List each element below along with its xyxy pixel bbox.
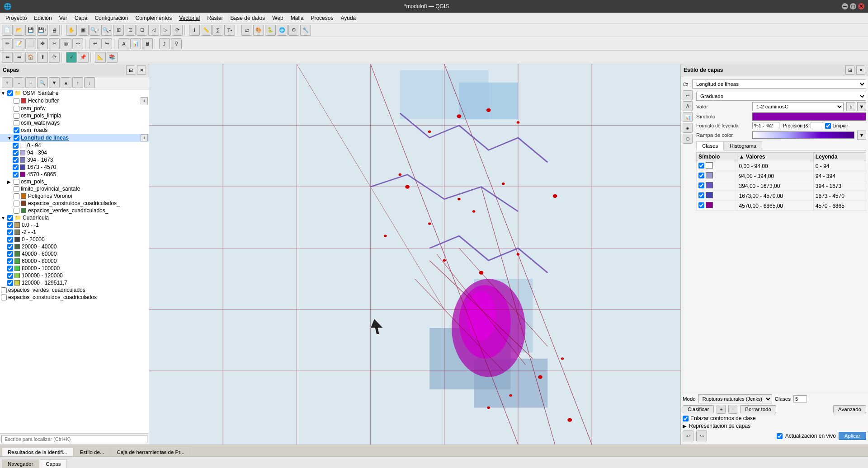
menu-ayuda[interactable]: Ayuda <box>337 14 359 22</box>
snap-btn[interactable]: ⚲ <box>171 38 182 49</box>
sym-row-2[interactable]: 394,00 - 1673,00 394 - 1673 <box>697 181 866 191</box>
layer-hecho-buffer[interactable]: Hecho buffer i <box>0 97 149 105</box>
new-project-btn[interactable]: 📄 <box>2 25 13 36</box>
nav-refresh-btn[interactable]: ⟳ <box>49 52 60 63</box>
redo-btn[interactable]: ↪ <box>101 38 112 49</box>
layer-4570-6865[interactable]: 4570 - 6865 <box>0 171 149 178</box>
menu-configuracion[interactable]: Configuración <box>91 14 132 22</box>
layout-btn[interactable]: 📐 <box>95 52 106 63</box>
diagram-btn[interactable]: 📊 <box>130 38 141 49</box>
style-panel-close-btn[interactable]: ✕ <box>856 66 865 75</box>
menu-malla[interactable]: Malla <box>287 14 307 22</box>
layer-94-394[interactable]: 94 - 394 <box>0 149 149 156</box>
pan-btn[interactable]: ✋ <box>66 25 77 36</box>
print-btn[interactable]: 🖨 <box>49 25 60 36</box>
layer-20k-40k[interactable]: 20000 - 40000 <box>0 243 149 250</box>
layer-group-cuadricula[interactable]: ▼ 📁 Cuadrícula <box>0 214 149 221</box>
range-0-94-checkbox[interactable] <box>13 143 19 149</box>
add-ring-btn[interactable]: ◎ <box>61 38 71 49</box>
layer-filter-btn[interactable]: 🔍 <box>37 77 48 88</box>
label-btn[interactable]: A <box>118 38 129 49</box>
cuad-40k-60k-checkbox[interactable] <box>7 251 13 257</box>
range-1673-4570-checkbox[interactable] <box>13 164 19 170</box>
menu-procesos[interactable]: Procesos <box>307 14 337 22</box>
identify-btn[interactable]: ℹ <box>189 25 200 36</box>
hecho-buffer-info-btn[interactable]: i <box>141 97 148 104</box>
layer-0-20000[interactable]: 0 - 20000 <box>0 236 149 243</box>
reshape-btn[interactable]: ⊹ <box>72 38 83 49</box>
sym-3-cb[interactable] <box>698 192 704 198</box>
layers-search-input[interactable] <box>1 435 147 443</box>
group-cuadricula-checkbox[interactable] <box>7 215 13 221</box>
sym-4-cb[interactable] <box>698 202 704 208</box>
sym-1-color[interactable] <box>706 172 713 178</box>
cuad-80k-100k-checkbox[interactable] <box>7 266 13 271</box>
osm-pois2-checkbox[interactable] <box>14 179 19 185</box>
move-feature-btn[interactable]: ✥ <box>37 38 48 49</box>
tab-navegador[interactable]: Navegador <box>2 459 39 468</box>
osm-waterways-checkbox[interactable] <box>14 120 19 126</box>
nav-forward-btn[interactable]: ➡ <box>14 52 24 63</box>
menu-raster[interactable]: Ráster <box>203 14 226 22</box>
precision-input[interactable] <box>811 122 823 129</box>
zoom-out-btn[interactable]: 🔍- <box>101 25 112 36</box>
map-tips-btn[interactable]: 📌 <box>78 52 89 63</box>
edit-btn[interactable]: 📝 <box>14 38 24 49</box>
layer-osm-pois-limpia[interactable]: osm_pois_limpia <box>0 112 149 119</box>
layer-add-btn[interactable]: + <box>2 77 13 88</box>
style-3d-btn[interactable]: ⬡ <box>683 134 693 144</box>
layer-60k-80k[interactable]: 60000 - 80000 <box>0 257 149 265</box>
menu-proyecto[interactable]: Proyecto <box>2 14 30 22</box>
hecho-buffer-checkbox[interactable] <box>14 98 19 104</box>
cuad-60k-80k-checkbox[interactable] <box>7 258 13 264</box>
layer-100k-120k[interactable]: 100000 - 120000 <box>0 272 149 279</box>
limite-provincial-checkbox[interactable] <box>14 186 19 192</box>
undo-style-btn[interactable]: ↩ <box>683 431 693 441</box>
layer-espacios-construidos-standalone[interactable]: espacios_construidos_cuadriculados <box>0 294 149 301</box>
group-osm-checkbox[interactable] <box>7 90 13 96</box>
layer-394-1673[interactable]: 394 - 1673 <box>0 156 149 164</box>
layer-osm-waterways[interactable]: osm_waterways <box>0 119 149 126</box>
clasificar-btn[interactable]: Clasificar <box>683 405 714 413</box>
sym-0-color[interactable] <box>706 162 713 168</box>
zoom-in-btn[interactable]: 🔍+ <box>90 25 100 36</box>
sym-row-1[interactable]: 94,00 - 394,00 94 - 394 <box>697 171 866 181</box>
sym-3-color[interactable] <box>706 192 713 198</box>
enlazar-checkbox[interactable] <box>683 416 689 421</box>
node-tool-btn[interactable]: ⬜ <box>25 38 36 49</box>
espacios-construidos-checkbox[interactable] <box>14 201 19 206</box>
menu-vectorial[interactable]: Vectorial <box>175 14 203 22</box>
valor-dropdown[interactable]: 1-2 caminosC <box>752 102 844 111</box>
layer-osm-roads[interactable]: osm_roads <box>0 126 149 134</box>
ec-standalone-checkbox[interactable] <box>1 295 7 300</box>
sym-row-0[interactable]: 0,00 - 94,00 0 - 94 <box>697 161 866 171</box>
limpiar-checkbox[interactable] <box>825 123 831 129</box>
clases-input[interactable] <box>793 395 807 402</box>
longitud-lineas-checkbox[interactable] <box>14 135 19 141</box>
modo-dropdown[interactable]: Rupturas naturales (Jenks) <box>698 394 772 403</box>
results-tab-identifi[interactable]: Resultados de la identifi... <box>2 448 73 456</box>
layer-espacios-verdes-standalone[interactable]: espacios_verdes_cuadriculados <box>0 286 149 294</box>
layer-40k-60k[interactable]: 40000 - 60000 <box>0 250 149 257</box>
zoom-full-btn[interactable]: ⊞ <box>113 25 124 36</box>
poligonos-voronoi-checkbox[interactable] <box>14 193 19 199</box>
aplicar-btn[interactable]: Aplicar <box>839 432 866 440</box>
sym-row-3[interactable]: 1673,00 - 4570,00 1673 - 4570 <box>697 191 866 201</box>
avanzado-btn[interactable]: Avanzado <box>833 405 866 413</box>
layer-osm-pofw[interactable]: osm_pofw <box>0 105 149 112</box>
remove-class-btn[interactable]: - <box>728 405 737 414</box>
style-abc-btn[interactable]: A <box>683 101 693 111</box>
digitize-btn[interactable]: ✏ <box>2 38 13 49</box>
measure-btn[interactable]: 📏 <box>201 25 212 36</box>
sym-row-4[interactable]: 4570,00 - 6865,00 4570 - 6865 <box>697 201 866 211</box>
layer-selector-dropdown[interactable]: Longitud de líneas <box>692 80 866 89</box>
minimize-button[interactable]: ─ <box>842 3 848 9</box>
map-canvas[interactable] <box>149 64 680 445</box>
style-panel-settings-btn[interactable]: ⊞ <box>845 66 854 75</box>
layer-poligonos-voronoi[interactable]: Polígonos Voronoi <box>0 192 149 200</box>
layer-espacios-construidos[interactable]: espacios_construidos_cuadriculados_ <box>0 200 149 207</box>
layer-group-osm[interactable]: ▼ 📁 OSM_SantaFe <box>0 89 149 97</box>
nav-parent-btn[interactable]: ⬆ <box>37 52 48 63</box>
undo-btn[interactable]: ↩ <box>90 38 100 49</box>
layers-close-btn[interactable]: ✕ <box>137 66 146 75</box>
